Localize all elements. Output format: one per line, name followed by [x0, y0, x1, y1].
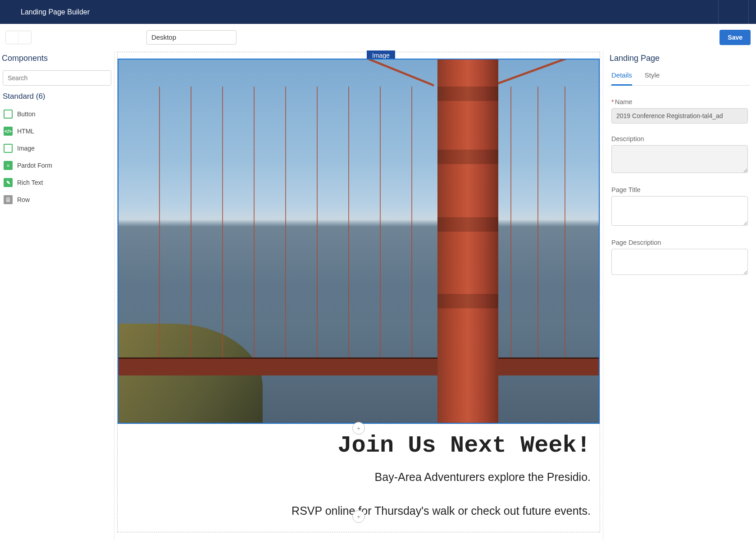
richtext-icon: ✎	[4, 178, 13, 187]
tab-style[interactable]: Style	[645, 71, 660, 85]
component-label: Pardot Form	[17, 162, 52, 169]
component-button[interactable]: A Button	[0, 105, 114, 123]
component-image[interactable]: ▣ Image	[0, 140, 114, 157]
component-label: Row	[17, 196, 30, 203]
redo-button[interactable]	[18, 31, 31, 44]
save-button[interactable]: Save	[720, 30, 751, 45]
image-component-selected[interactable]	[118, 59, 600, 424]
image-icon: ▣	[4, 144, 13, 153]
undo-button[interactable]	[6, 31, 18, 44]
history-buttons	[5, 31, 32, 44]
component-pardot-form[interactable]: ≡ Pardot Form	[0, 157, 114, 174]
page-description-field[interactable]	[611, 249, 748, 275]
component-rich-text[interactable]: ✎ Rich Text	[0, 174, 114, 191]
builder-toolbar: Desktop Save	[0, 24, 756, 51]
hero-image	[118, 59, 599, 423]
component-label: Button	[17, 110, 35, 118]
device-preview-value: Desktop	[151, 33, 176, 41]
components-title: Components	[0, 51, 114, 70]
heading-text: Join Us Next Week!	[127, 432, 591, 459]
device-preview-select[interactable]: Desktop	[146, 30, 237, 45]
tab-details[interactable]: Details	[611, 71, 632, 86]
properties-panel: Landing Page Details Style *Name Descrip…	[603, 51, 756, 540]
components-panel: Components Standard (6) A Button </> HTM…	[0, 51, 114, 540]
component-label: HTML	[17, 128, 34, 135]
properties-title: Landing Page	[610, 51, 750, 71]
description-label: Description	[611, 135, 748, 142]
name-label: *Name	[611, 98, 748, 105]
components-group-label: Standard (6)	[0, 92, 114, 105]
page-title-field[interactable]	[611, 196, 748, 226]
page-description-label: Page Description	[611, 239, 748, 246]
canvas[interactable]: Image	[114, 51, 603, 540]
component-row[interactable]: ☰ Row	[0, 191, 114, 208]
form-icon: ≡	[4, 161, 13, 170]
insert-row-button[interactable]: +	[352, 422, 365, 435]
row-icon: ☰	[4, 195, 13, 204]
button-icon: A	[4, 110, 13, 119]
components-search-input[interactable]	[3, 70, 111, 86]
page-title-label: Page Title	[611, 186, 748, 193]
html-icon: </>	[4, 127, 13, 136]
header-right-slot	[718, 0, 749, 24]
component-label: Image	[17, 145, 35, 152]
app-title: Landing Page Builder	[21, 8, 90, 16]
description-field[interactable]	[611, 145, 748, 173]
name-field[interactable]	[611, 108, 748, 124]
app-header: Landing Page Builder	[0, 0, 756, 24]
insert-row-button[interactable]: +	[352, 510, 365, 523]
component-html[interactable]: </> HTML	[0, 123, 114, 140]
properties-tabs: Details Style	[610, 71, 750, 86]
subheading-text-1: Bay-Area Adventurers explore the Presidi…	[127, 471, 591, 484]
component-label: Rich Text	[17, 179, 43, 186]
